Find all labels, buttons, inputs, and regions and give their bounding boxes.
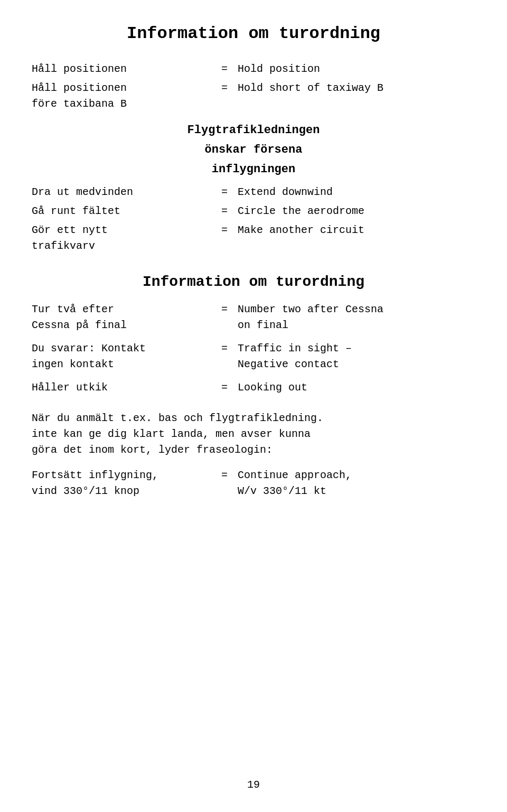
- swedish-fortsatt: Fortsätt inflygning, vind 330°/11 knop: [32, 468, 211, 499]
- row-tur-tva: Tur två efter Cessna på final = Number t…: [32, 302, 475, 333]
- equals-3: =: [211, 184, 238, 200]
- swedish-circuit-line1: Gör ett nytt: [32, 224, 108, 236]
- flyg-line3: inflygningen: [32, 161, 475, 178]
- equals-4: =: [211, 203, 238, 219]
- english-traffic-sight: Traffic in sight – Negative contact: [238, 341, 475, 372]
- english-extend-downwind: Extend downwind: [238, 184, 475, 200]
- note-line2: inte kan ge dig klart landa, men avser k…: [32, 428, 311, 440]
- flyg-line2: önskar försena: [32, 141, 475, 158]
- row-extend-downwind: Dra ut medvinden = Extend downwind: [32, 184, 475, 200]
- swedish-tur-line2: Cessna på final: [32, 319, 127, 331]
- english-hold-short: Hold short of taxiway B: [238, 80, 475, 96]
- equals-8: =: [211, 380, 238, 396]
- row-traffic-sight: Du svarar: Kontakt ingen kontakt = Traff…: [32, 341, 475, 372]
- english-traffic-line1: Traffic in sight –: [238, 342, 352, 354]
- row-looking-out: Håller utkik = Looking out: [32, 380, 475, 396]
- english-fortsatt-line2: W/v 330°/11 kt: [238, 485, 326, 497]
- swedish-hold-short-line1: Håll positionen: [32, 82, 127, 94]
- swedish-hold-position: Håll positionen: [32, 61, 211, 77]
- swedish-ingen-kontakt: ingen kontakt: [32, 358, 114, 370]
- swedish-extend-downwind: Dra ut medvinden: [32, 184, 211, 200]
- swedish-haller-utkik: Håller utkik: [32, 380, 211, 396]
- english-tur-tva: Number two after Cessna on final: [238, 302, 475, 333]
- swedish-hold-short: Håll positionen före taxibana B: [32, 80, 211, 112]
- swedish-circuit: Gör ett nytt trafikvarv: [32, 222, 211, 254]
- english-tur-line1: Number two after Cessna: [238, 303, 383, 315]
- english-traffic-line2: Negative contact: [238, 358, 339, 370]
- swedish-fortsatt-line1: Fortsätt inflygning,: [32, 469, 158, 481]
- note-text: När du anmält t.ex. bas och flygtrafikle…: [32, 410, 475, 458]
- english-tur-line2: on final: [238, 319, 288, 331]
- equals-2: =: [211, 80, 238, 96]
- note-line1: När du anmält t.ex. bas och flygtrafikle…: [32, 412, 323, 424]
- swedish-hold-short-line2: före taxibana B: [32, 98, 127, 110]
- swedish-tur-tva: Tur två efter Cessna på final: [32, 302, 211, 333]
- page-title: Information om turordning: [32, 21, 475, 46]
- row-fortsatt: Fortsätt inflygning, vind 330°/11 knop =…: [32, 468, 475, 499]
- english-circuit: Make another circuit: [238, 222, 475, 238]
- english-fortsatt: Continue approach, W/v 330°/11 kt: [238, 468, 475, 499]
- swedish-du-svarar-line1: Du svarar: Kontakt: [32, 342, 146, 354]
- swedish-circuit-line2: trafikvarv: [32, 240, 95, 252]
- swedish-fortsatt-line2: vind 330°/11 knop: [32, 485, 139, 497]
- section-header-info: Information om turordning: [32, 271, 475, 293]
- equals-5: =: [211, 222, 238, 238]
- swedish-tur-line1: Tur två efter: [32, 303, 114, 315]
- note-line3: göra det inom kort, lyder fraseologin:: [32, 444, 273, 456]
- equals-1: =: [211, 61, 238, 77]
- equals-9: =: [211, 468, 238, 483]
- page-number: 19: [247, 779, 260, 791]
- equals-7: =: [211, 341, 238, 357]
- flyg-line1: Flygtrafikledningen: [32, 122, 475, 139]
- equals-6: =: [211, 302, 238, 318]
- english-circle: Circle the aerodrome: [238, 203, 475, 219]
- english-looking-out: Looking out: [238, 380, 475, 396]
- swedish-du-svarar: Du svarar: Kontakt ingen kontakt: [32, 341, 211, 372]
- row-circle-aerodrome: Gå runt fältet = Circle the aerodrome: [32, 203, 475, 219]
- english-hold-position: Hold position: [238, 61, 475, 77]
- row-hold-short: Håll positionen före taxibana B = Hold s…: [32, 80, 475, 112]
- flyg-block: Flygtrafikledningen önskar försena infly…: [32, 122, 475, 178]
- swedish-circle: Gå runt fältet: [32, 203, 211, 219]
- row-circuit: Gör ett nytt trafikvarv = Make another c…: [32, 222, 475, 254]
- row-hold-position: Håll positionen = Hold position: [32, 61, 475, 77]
- english-fortsatt-line1: Continue approach,: [238, 469, 352, 481]
